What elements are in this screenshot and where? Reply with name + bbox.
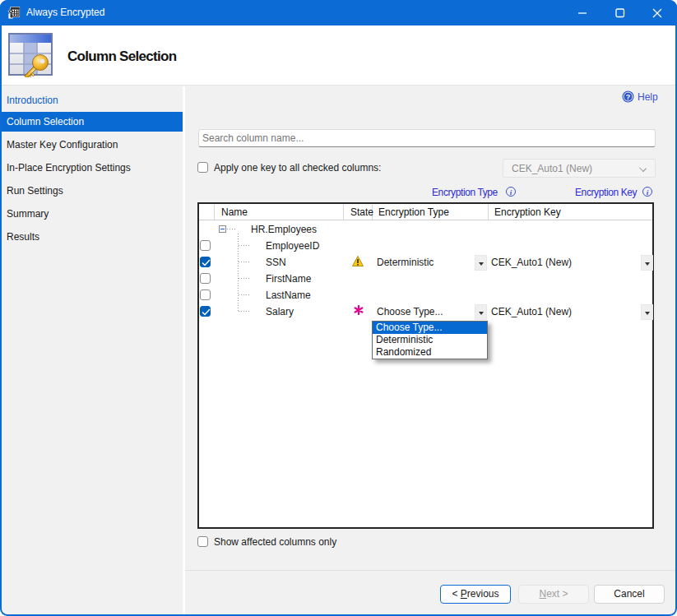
svg-text:?: ? <box>626 93 631 101</box>
